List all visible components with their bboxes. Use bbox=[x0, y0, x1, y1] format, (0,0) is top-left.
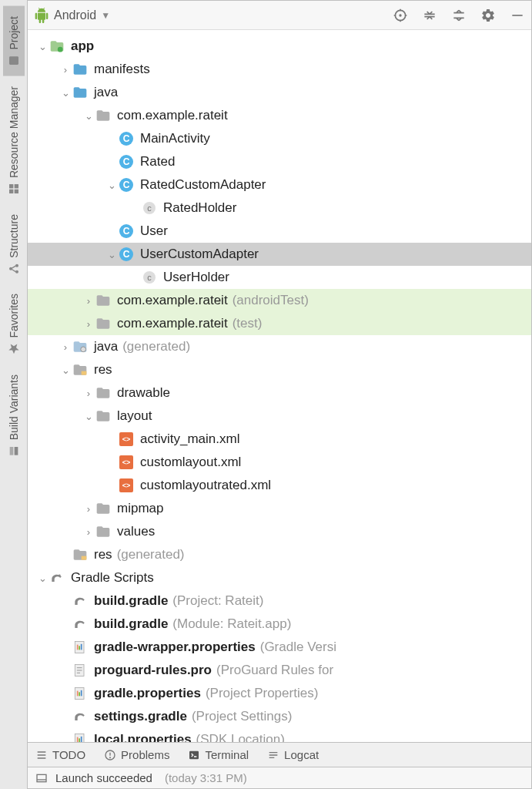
view-selector-label: Android bbox=[54, 8, 96, 22]
bottom-tab-label: Terminal bbox=[205, 748, 249, 761]
tree-node-manifests[interactable]: › manifests bbox=[28, 58, 531, 81]
svg-rect-16 bbox=[82, 556, 87, 560]
tree-node-test[interactable]: › com.example.rateit (test) bbox=[28, 312, 531, 335]
sidebar-tab-build-variants[interactable]: Build Variants bbox=[3, 364, 25, 466]
tree-node-gradle-properties[interactable]: gradle.properties (Project Properties) bbox=[28, 682, 531, 705]
bottom-tab-logcat[interactable]: Logcat bbox=[267, 748, 319, 761]
sidebar-tab-favorites[interactable]: Favorites bbox=[3, 284, 25, 364]
tree-label: drawable bbox=[117, 385, 170, 401]
minimize-icon[interactable] bbox=[510, 8, 525, 23]
tree-node-rated[interactable]: C Rated bbox=[28, 150, 531, 173]
tree-suffix: (ProGuard Rules for bbox=[216, 663, 333, 678]
tree-node-local-properties[interactable]: local.properties (SDK Location) bbox=[28, 728, 531, 742]
tree-node-res-generated[interactable]: res (generated) bbox=[28, 543, 531, 566]
gear-icon[interactable] bbox=[480, 8, 496, 23]
tree-node-customlayout[interactable]: <> customlayout.xml bbox=[28, 451, 531, 474]
tree-node-mipmap[interactable]: › mipmap bbox=[28, 497, 531, 520]
tree-node-values[interactable]: › values bbox=[28, 520, 531, 543]
svg-rect-38 bbox=[37, 774, 46, 781]
tree-node-ratedcustomadapter[interactable]: ⌄ C RatedCustomAdapter bbox=[28, 173, 531, 196]
xml-file-icon: <> bbox=[119, 455, 133, 469]
tree-node-mainactivity[interactable]: C MainActivity bbox=[28, 127, 531, 150]
tree-label: gradle-wrapper.properties bbox=[94, 640, 256, 655]
build-variants-icon bbox=[8, 445, 20, 457]
sidebar-tab-resource-manager[interactable]: Resource Manager bbox=[3, 76, 25, 204]
tree-node-ratedholder[interactable]: c RatedHolder bbox=[28, 196, 531, 220]
svg-rect-1 bbox=[14, 189, 18, 193]
tree-node-userholder[interactable]: c UserHolder bbox=[28, 266, 531, 289]
svg-rect-15 bbox=[82, 371, 87, 375]
tree-node-activity-main[interactable]: <> activity_main.xml bbox=[28, 428, 531, 451]
tree-label: res bbox=[94, 547, 112, 562]
tree-node-gradle-wrapper[interactable]: gradle-wrapper.properties (Gradle Versi bbox=[28, 636, 531, 659]
tree-node-customlayoutrated[interactable]: <> customlayoutrated.xml bbox=[28, 474, 531, 497]
tree-node-androidtest[interactable]: › com.example.rateit (androidTest) bbox=[28, 289, 531, 312]
svg-rect-0 bbox=[9, 56, 18, 65]
status-panel-icon[interactable] bbox=[35, 772, 48, 784]
svg-point-11 bbox=[399, 14, 401, 16]
package-folder-icon bbox=[95, 293, 111, 308]
res-folder-icon bbox=[72, 362, 88, 378]
tree-node-proguard[interactable]: proguard-rules.pro (ProGuard Rules for bbox=[28, 659, 531, 682]
tree-label: build.gradle bbox=[94, 593, 168, 609]
svg-rect-2 bbox=[9, 189, 13, 193]
tree-node-app[interactable]: ⌄ app bbox=[28, 35, 531, 58]
tree-label: local.properties bbox=[94, 732, 192, 742]
svg-point-13 bbox=[58, 47, 63, 52]
tree-label: mipmap bbox=[117, 501, 163, 516]
module-folder-icon bbox=[49, 39, 65, 54]
left-sidebar: Project Resource Manager Structure Favor… bbox=[0, 0, 28, 789]
tree-label: proguard-rules.pro bbox=[94, 663, 212, 678]
tree-label: UserCustomAdapter bbox=[140, 247, 259, 262]
locate-icon[interactable] bbox=[393, 8, 408, 23]
properties-file-icon bbox=[72, 640, 88, 655]
folder-icon bbox=[72, 85, 88, 100]
project-tree[interactable]: ⌄ app › manifests ⌄ java ⌄ com.example.r… bbox=[28, 30, 531, 742]
tree-suffix: (Project Properties) bbox=[206, 686, 318, 701]
tree-node-java[interactable]: ⌄ java bbox=[28, 81, 531, 104]
tree-node-settings-gradle[interactable]: settings.gradle (Project Settings) bbox=[28, 705, 531, 728]
class-icon: C bbox=[119, 224, 133, 238]
svg-rect-28 bbox=[79, 692, 80, 696]
project-toolbar: Android ▼ bbox=[28, 1, 531, 30]
tree-node-drawable[interactable]: › drawable bbox=[28, 381, 531, 405]
view-selector[interactable]: Android ▼ bbox=[34, 8, 110, 23]
tree-label: Gradle Scripts bbox=[71, 570, 154, 586]
tree-suffix: (Project Settings) bbox=[192, 709, 292, 724]
inner-class-icon: c bbox=[143, 271, 156, 284]
bottom-tab-terminal[interactable]: Terminal bbox=[188, 748, 249, 761]
project-tab-icon bbox=[8, 55, 20, 67]
tree-node-gradle-scripts[interactable]: ⌄ Gradle Scripts bbox=[28, 566, 531, 589]
sidebar-tab-structure[interactable]: Structure bbox=[3, 204, 25, 284]
collapse-icon[interactable] bbox=[422, 8, 437, 23]
svg-point-36 bbox=[109, 757, 111, 758]
sidebar-tab-project[interactable]: Project bbox=[3, 6, 25, 76]
bottom-tab-label: TODO bbox=[52, 748, 85, 761]
tree-node-usercustomadapter[interactable]: ⌄ C UserCustomAdapter bbox=[28, 243, 531, 266]
bottom-tab-label: Logcat bbox=[284, 748, 319, 761]
bottom-tab-todo[interactable]: TODO bbox=[35, 748, 85, 761]
folder-icon bbox=[95, 501, 111, 516]
tree-label: UserHolder bbox=[163, 270, 229, 285]
tree-node-build-gradle-module[interactable]: build.gradle (Module: Rateit.app) bbox=[28, 613, 531, 636]
tree-node-res[interactable]: ⌄ res bbox=[28, 358, 531, 381]
gradle-file-icon bbox=[72, 709, 88, 724]
folder-icon bbox=[95, 385, 111, 401]
tree-label: gradle.properties bbox=[94, 686, 201, 701]
tree-suffix: (Project: Rateit) bbox=[172, 593, 263, 609]
tree-node-package[interactable]: ⌄ com.example.rateit bbox=[28, 104, 531, 127]
tree-label: com.example.rateit bbox=[117, 316, 228, 331]
status-bar: Launch succeeded (today 3:31 PM) bbox=[28, 767, 531, 788]
resource-manager-icon bbox=[8, 183, 20, 195]
expand-icon[interactable] bbox=[451, 8, 467, 23]
gradle-file-icon bbox=[72, 616, 88, 632]
tree-node-user[interactable]: C User bbox=[28, 220, 531, 243]
bottom-tab-problems[interactable]: Problems bbox=[104, 748, 169, 761]
generated-folder-icon bbox=[72, 339, 88, 354]
tree-node-layout[interactable]: ⌄ layout bbox=[28, 405, 531, 428]
tree-label: settings.gradle bbox=[94, 709, 187, 724]
tree-node-java-generated[interactable]: › java (generated) bbox=[28, 335, 531, 358]
structure-icon bbox=[8, 262, 20, 274]
tree-label: app bbox=[71, 39, 94, 54]
tree-node-build-gradle-project[interactable]: build.gradle (Project: Rateit) bbox=[28, 589, 531, 613]
